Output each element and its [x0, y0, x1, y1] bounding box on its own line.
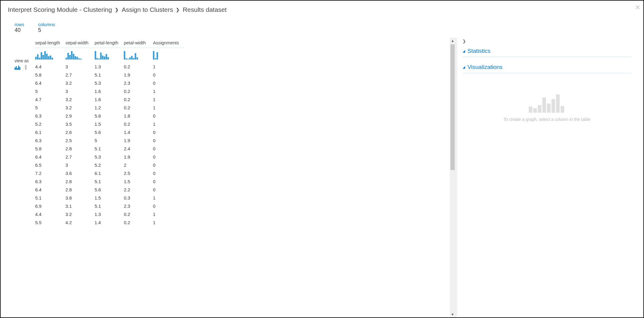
table-cell: 5: [35, 104, 66, 112]
table-cell: 4.4: [35, 63, 66, 71]
table-cell: 3.2: [66, 210, 95, 218]
breadcrumb-item-1[interactable]: Assign to Clusters: [122, 6, 173, 13]
table-cell: 5.6: [95, 128, 124, 136]
table-cell: 3: [66, 161, 95, 169]
vertical-scrollbar[interactable]: ▲ ▼: [450, 38, 455, 317]
histogram-view-icon[interactable]: [15, 65, 21, 71]
table-row[interactable]: 6.42.75.31.90: [35, 153, 184, 161]
svg-rect-28: [80, 59, 82, 60]
chevron-right-icon: ❯: [176, 7, 180, 12]
table-cell: 6.1: [35, 128, 66, 136]
table-cell: 1.9: [124, 136, 153, 145]
breadcrumb-item-0[interactable]: Interpret Scoring Module - Clustering: [8, 6, 112, 13]
statistics-section-header[interactable]: ◢ Statistics: [463, 46, 631, 57]
table-cell: 2.8: [66, 177, 95, 186]
table-cell: 5.2: [35, 120, 66, 128]
column-histogram[interactable]: [95, 48, 124, 63]
collapse-icon: ◢: [463, 49, 465, 53]
visualization-placeholder-text: To create a graph, select a column in th…: [463, 117, 631, 122]
table-cell: 0.2: [124, 218, 153, 227]
table-cell: 2.4: [124, 145, 153, 153]
scroll-up-icon[interactable]: ▲: [450, 38, 455, 44]
column-header[interactable]: petal-length: [95, 38, 124, 48]
table-cell: 1.8: [124, 112, 153, 120]
chevron-right-icon[interactable]: ❯: [463, 39, 631, 43]
table-cell: 4.7: [35, 95, 66, 104]
svg-rect-50: [538, 105, 541, 113]
table-cell: 3.2: [66, 104, 95, 112]
svg-rect-53: [551, 99, 555, 113]
table-cell: 0: [153, 202, 184, 210]
table-cell: 5.3: [95, 79, 124, 87]
breadcrumb-item-2[interactable]: Results dataset: [183, 6, 227, 13]
table-cell: 0: [153, 136, 184, 145]
table-row[interactable]: 4.73.21.60.21: [35, 95, 184, 104]
table-row[interactable]: 7.23.66.12.50: [35, 169, 184, 177]
table-row[interactable]: 6.42.85.62.20: [35, 186, 184, 194]
scroll-thumb[interactable]: [450, 44, 455, 170]
table-cell: 1.5: [95, 120, 124, 128]
close-icon[interactable]: ✕: [635, 4, 640, 12]
table-cell: 6.5: [35, 161, 66, 169]
column-header[interactable]: petal-width: [124, 38, 153, 48]
table-cell: 1: [153, 120, 184, 128]
table-cell: 5.8: [35, 145, 66, 153]
svg-rect-10: [35, 57, 37, 60]
table-row[interactable]: 6.535.220: [35, 161, 184, 169]
table-cell: 0.2: [124, 104, 153, 112]
table-row[interactable]: 6.93.15.12.30: [35, 202, 184, 210]
column-histogram[interactable]: [124, 48, 153, 63]
scroll-down-icon[interactable]: ▼: [450, 311, 455, 317]
table-row[interactable]: 6.43.25.32.30: [35, 79, 184, 87]
table-cell: 0.2: [124, 63, 153, 71]
table-row[interactable]: 531.60.21: [35, 87, 184, 95]
table-cell: 5.3: [95, 153, 124, 161]
table-cell: 1.5: [95, 194, 124, 202]
column-header[interactable]: sepal-width: [66, 38, 95, 48]
table-row[interactable]: 6.32.85.11.50: [35, 177, 184, 186]
svg-rect-34: [104, 56, 105, 60]
table-row[interactable]: 6.32.551.90: [35, 136, 184, 145]
table-cell: 3.5: [66, 120, 95, 128]
svg-rect-2: [17, 68, 18, 70]
boxplot-view-icon[interactable]: [24, 65, 28, 71]
svg-rect-37: [124, 51, 125, 60]
table-cell: 7.2: [35, 169, 66, 177]
column-header[interactable]: Assignments: [153, 38, 184, 48]
table-row[interactable]: 5.82.75.11.90: [35, 71, 184, 79]
table-cell: 0: [153, 177, 184, 186]
table-row[interactable]: 5.13.81.50.31: [35, 194, 184, 202]
column-header[interactable]: sepal-length: [35, 38, 66, 48]
svg-rect-20: [66, 58, 67, 60]
table-cell: 5.5: [35, 218, 66, 227]
table-row[interactable]: 5.82.85.12.40: [35, 145, 184, 153]
table-cell: 5.6: [95, 112, 124, 120]
table-row[interactable]: 5.23.51.50.21: [35, 120, 184, 128]
table-row[interactable]: 5.54.21.40.21: [35, 218, 184, 227]
bar-chart-placeholder-icon: [529, 91, 565, 113]
table-row[interactable]: 4.431.30.21: [35, 63, 184, 71]
table-cell: 0.2: [124, 95, 153, 104]
column-histogram[interactable]: [153, 48, 184, 63]
column-histogram[interactable]: [66, 48, 95, 63]
table-cell: 1: [153, 104, 184, 112]
column-histogram[interactable]: [35, 48, 66, 63]
rows-value: 40: [15, 27, 24, 33]
svg-rect-31: [98, 59, 100, 60]
table-cell: 6.1: [95, 169, 124, 177]
table-row[interactable]: 4.43.21.30.21: [35, 210, 184, 218]
table-cell: 2.8: [66, 186, 95, 194]
table-cell: 1: [153, 63, 184, 71]
svg-rect-17: [48, 56, 49, 60]
table-cell: 1.2: [95, 104, 124, 112]
table-cell: 1.9: [124, 71, 153, 79]
table-row[interactable]: 6.12.65.61.40: [35, 128, 184, 136]
table-cell: 1.9: [124, 153, 153, 161]
svg-rect-46: [155, 58, 156, 60]
table-cell: 1.6: [95, 95, 124, 104]
table-cell: 0.2: [124, 120, 153, 128]
table-cell: 2.2: [124, 186, 153, 194]
visualizations-section-header[interactable]: ◢ Visualizations: [463, 63, 631, 73]
table-row[interactable]: 6.32.95.61.80: [35, 112, 184, 120]
table-row[interactable]: 53.21.20.21: [35, 104, 184, 112]
